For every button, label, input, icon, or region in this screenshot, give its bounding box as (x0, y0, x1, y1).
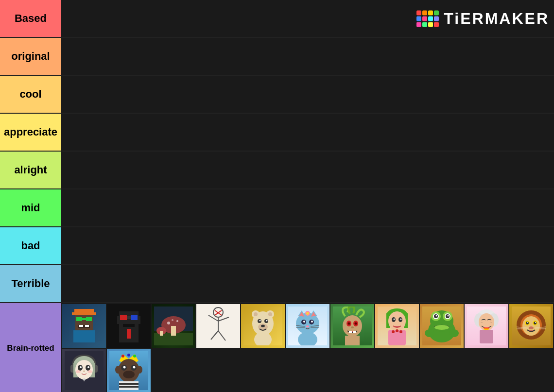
svg-point-155 (133, 366, 136, 369)
tier-content-bad (61, 227, 554, 264)
tier-row-terrible: Terrible (0, 265, 554, 303)
svg-point-116 (522, 316, 540, 336)
nft-item-anime-girl[interactable] (62, 349, 106, 392)
tier-label-text: Based (15, 12, 47, 25)
tier-content-brain-rotted (61, 303, 554, 392)
svg-rect-76 (353, 331, 356, 333)
nft-pixel-svg (109, 307, 148, 345)
svg-rect-8 (85, 325, 89, 327)
svg-rect-9 (73, 330, 95, 342)
nft-gold-svg (243, 307, 282, 345)
nft-item-woman[interactable] (375, 304, 419, 348)
svg-point-25 (167, 322, 170, 324)
svg-rect-112 (480, 330, 493, 343)
nft-item-gold[interactable] (241, 304, 285, 348)
logo-cell (428, 10, 433, 15)
tier-label-text: Brain-rotted (7, 343, 54, 353)
tier-row-appreciate: appreciate (0, 114, 554, 152)
tiermaker-logo-text: TiERMAKER (444, 10, 549, 28)
tier-content-alright (61, 152, 554, 188)
svg-point-48 (261, 325, 265, 327)
tier-row-cool: cool (0, 76, 554, 114)
tier-row-brain-rotted: Brain-rotted (0, 303, 554, 392)
svg-point-137 (80, 366, 82, 368)
tiermaker-logo: TiERMAKER (416, 10, 549, 28)
svg-point-74 (351, 326, 354, 328)
svg-rect-4 (86, 317, 92, 321)
logo-cell (428, 16, 433, 21)
nft-item-crown-ape[interactable] (107, 349, 151, 392)
tier-list: Based TiERMAKER (0, 0, 554, 392)
tier-label-alright: alright (0, 152, 61, 188)
logo-cell (416, 10, 421, 15)
svg-point-154 (123, 366, 126, 369)
svg-point-119 (526, 322, 529, 324)
nft-item-pixel-ape[interactable] (107, 304, 151, 348)
nft-item-medusa[interactable] (330, 304, 374, 348)
svg-point-148 (133, 355, 136, 358)
tier-label-based: Based (0, 0, 61, 37)
svg-point-26 (176, 320, 178, 322)
logo-cell (434, 16, 439, 21)
tier-label-brain-rotted: Brain-rotted (0, 303, 61, 392)
svg-point-123 (529, 326, 534, 329)
svg-point-27 (172, 319, 173, 321)
svg-point-140 (76, 370, 81, 373)
svg-point-88 (392, 330, 395, 333)
nft-item-grandma[interactable] (465, 304, 508, 348)
nft-pepe-svg (422, 307, 461, 345)
svg-rect-18 (127, 329, 131, 339)
tier-content-original (61, 38, 554, 75)
logo-cell (434, 22, 439, 27)
svg-rect-0 (74, 309, 94, 313)
tier-row-original: original (0, 38, 554, 76)
logo-cell (422, 16, 427, 21)
tier-label-text: Terrible (11, 277, 50, 290)
svg-rect-159 (119, 386, 138, 388)
svg-point-45 (260, 320, 261, 322)
tier-content-based: TiERMAKER (61, 0, 554, 37)
tier-label-text: mid (21, 202, 40, 214)
nft-item-dancer[interactable] (196, 304, 240, 348)
nft-woman-svg (378, 307, 416, 345)
nft-cat-svg (288, 307, 327, 345)
nft-item-cat[interactable] (286, 304, 329, 348)
svg-point-139 (83, 371, 85, 372)
tier-label-terrible: Terrible (0, 265, 61, 302)
svg-point-41 (254, 312, 258, 316)
svg-rect-16 (123, 324, 135, 327)
svg-rect-158 (119, 383, 138, 385)
svg-point-90 (399, 330, 402, 333)
logo-cell (416, 16, 421, 21)
svg-point-156 (123, 371, 135, 378)
svg-point-146 (121, 355, 124, 358)
svg-rect-13 (120, 315, 127, 320)
nft-item-ape-sunglasses[interactable] (62, 304, 106, 348)
svg-point-86 (400, 319, 402, 320)
tier-content-mid (61, 189, 554, 226)
svg-point-100 (436, 315, 437, 317)
tier-label-cool: cool (0, 76, 61, 113)
svg-point-72 (348, 323, 350, 325)
nft-ape-svg (65, 307, 104, 345)
tier-content-terrible (61, 265, 554, 302)
svg-point-101 (448, 315, 449, 317)
svg-point-104 (449, 329, 459, 337)
nft-dancer-svg (199, 307, 238, 345)
tier-label-mid: mid (0, 189, 61, 226)
nft-item-lion[interactable] (509, 304, 553, 348)
nft-item-pepe[interactable] (420, 304, 464, 348)
svg-point-85 (394, 319, 395, 320)
svg-point-122 (535, 322, 536, 323)
svg-point-134 (75, 360, 93, 379)
tier-content-appreciate (61, 114, 554, 151)
svg-point-69 (343, 315, 362, 337)
nft-anime-svg (65, 351, 104, 390)
svg-point-61 (306, 312, 309, 315)
logo-cell (422, 10, 427, 15)
nft-mushroom-svg (154, 307, 193, 345)
svg-point-150 (115, 366, 121, 374)
nft-item-mushroom[interactable] (152, 304, 195, 348)
tier-content-cool (61, 76, 554, 113)
svg-point-121 (527, 322, 528, 323)
